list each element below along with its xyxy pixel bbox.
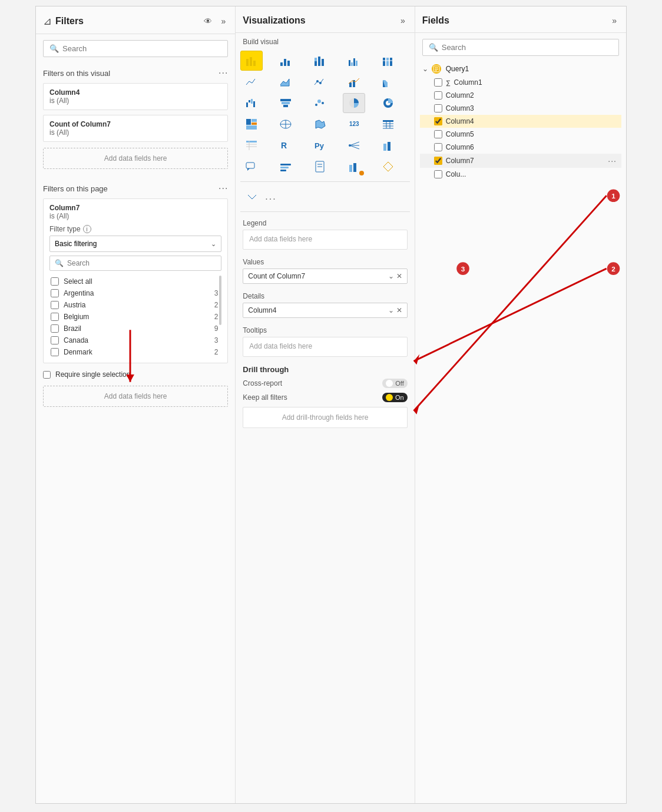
expand-icon[interactable]: » (219, 15, 229, 27)
viz-icon-pie[interactable] (343, 93, 365, 113)
viz-icon-clustered-bar[interactable] (343, 51, 365, 71)
checkbox-select-all[interactable]: Select all (49, 276, 221, 287)
viz-icon-100pct-bar[interactable] (377, 51, 399, 71)
checkbox-column6[interactable] (434, 143, 442, 151)
checkbox-column7[interactable] (434, 157, 442, 165)
svg-rect-38 (251, 119, 257, 122)
close-icon-details[interactable]: ✕ (396, 306, 402, 314)
viz-icon-ribbon[interactable] (377, 72, 399, 92)
viz-icon-ai-insights[interactable] (377, 135, 399, 155)
details-pill-actions: ⌄ ✕ (388, 306, 402, 314)
viz-icon-diamond[interactable] (377, 157, 399, 177)
keep-filters-toggle[interactable]: On (382, 393, 408, 402)
field-name-column-partial: Colu... (446, 170, 619, 178)
legend-drop-zone[interactable]: Add data fields here (243, 230, 407, 250)
list-item[interactable]: Argentina 3 (49, 287, 221, 299)
list-item[interactable]: Belgium 2 (49, 311, 221, 323)
query1-label: Query1 (446, 65, 469, 73)
list-item[interactable]: Brazil 9 (49, 323, 221, 334)
checkbox-column4[interactable] (434, 117, 442, 125)
values-pill[interactable]: Count of Column7 ⌄ ✕ (243, 269, 407, 284)
filters-page-more[interactable]: ··· (219, 183, 228, 194)
field-row-column2[interactable]: Column2 (420, 89, 621, 102)
viz-icon-stacked-bar[interactable] (240, 51, 263, 71)
checkbox-belgium[interactable] (51, 313, 59, 321)
viz-icon-funnel[interactable] (274, 93, 297, 113)
checkbox-column3[interactable] (434, 104, 442, 112)
checkbox-column1[interactable] (434, 78, 442, 87)
viz-icon-smart-narrative[interactable] (274, 157, 297, 177)
checkbox-argentina[interactable] (51, 289, 59, 297)
fields-search-input[interactable] (442, 43, 613, 52)
list-item[interactable]: Canada 3 (49, 334, 221, 346)
chevron-down-icon-pill[interactable]: ⌄ (388, 272, 394, 280)
checkbox-canada[interactable] (51, 336, 59, 344)
details-pill[interactable]: Column4 ⌄ ✕ (243, 303, 407, 318)
checkbox-brazil[interactable] (51, 324, 59, 333)
field-row-column7[interactable]: Column7 ··· (420, 154, 621, 168)
field-row-column3[interactable]: Column3 (420, 102, 621, 115)
filters-search-box[interactable]: 🔍 (43, 40, 228, 57)
viz-icon-stacked-bar2[interactable] (309, 51, 331, 71)
viz-expand-icon[interactable]: » (398, 15, 408, 26)
column7-more-icon[interactable]: ··· (605, 156, 619, 165)
tooltips-drop-zone[interactable]: Add data fields here (243, 337, 407, 357)
checkbox-denmark[interactable] (51, 348, 59, 356)
filter-card-count-column7[interactable]: Count of Column7 is (All) (43, 115, 228, 142)
viz-more-icon[interactable] (243, 187, 262, 207)
viz-icon-line[interactable] (240, 72, 263, 92)
viz-icon-donut[interactable] (377, 93, 399, 113)
filter-search-input[interactable] (67, 259, 216, 267)
field-row-column4[interactable]: Column4 (420, 115, 621, 128)
viz-icon-decomp-tree[interactable] (343, 135, 365, 155)
close-icon-pill[interactable]: ✕ (396, 272, 402, 280)
viz-icon-combo[interactable] (343, 72, 365, 92)
list-item[interactable]: Austria 2 (49, 299, 221, 311)
checkbox-column5[interactable] (434, 130, 442, 138)
field-row-column5[interactable]: Column5 (420, 128, 621, 141)
viz-icon-bar-chart[interactable] (274, 51, 297, 71)
cross-report-toggle[interactable]: Off (382, 379, 407, 388)
fields-search-box[interactable]: 🔍 (422, 39, 619, 56)
viz-icon-treemap[interactable] (240, 114, 263, 134)
viz-icon-qanda[interactable] (240, 157, 263, 177)
checkbox-column-partial[interactable] (434, 170, 442, 178)
viz-icon-paginated[interactable] (309, 157, 331, 177)
item-denmark-count: 2 (214, 348, 219, 356)
query1-node[interactable]: ⌄ Query1 (420, 62, 621, 76)
add-fields-visual[interactable]: Add data fields here (43, 148, 228, 169)
viz-icon-matrix[interactable] (240, 135, 263, 155)
viz-icon-filled-map[interactable] (309, 114, 331, 134)
fields-expand-icon[interactable]: » (610, 15, 619, 26)
require-single-checkbox[interactable] (43, 371, 51, 379)
list-item[interactable]: Denmark 2 (49, 346, 221, 358)
checkbox-column2[interactable] (434, 91, 442, 100)
checkbox-austria[interactable] (51, 301, 59, 309)
add-fields-page[interactable]: Add data fields here (43, 386, 228, 407)
viz-icon-table[interactable] (377, 114, 399, 134)
filters-search-input[interactable] (62, 44, 221, 53)
filter-search-box[interactable]: 🔍 (49, 256, 221, 271)
viz-icon-line2[interactable] (309, 72, 331, 92)
viz-icon-kpi[interactable]: 123 (343, 114, 365, 134)
drill-drop-zone[interactable]: Add drill-through fields here (243, 407, 407, 428)
filter-type-dropdown[interactable]: Basic filtering ⌄ (49, 236, 221, 252)
chevron-down-icon-details[interactable]: ⌄ (388, 306, 394, 314)
filters-visual-more[interactable]: ··· (219, 68, 228, 78)
drill-through-title: Drill through (243, 365, 407, 374)
eye-icon[interactable]: 👁 (201, 15, 214, 27)
viz-icon-map[interactable] (274, 114, 297, 134)
field-row-column1[interactable]: ∑ Column1 (420, 76, 621, 89)
checkbox-select-all-input[interactable] (51, 277, 59, 286)
viz-icon-r-visual[interactable]: R (274, 135, 297, 155)
field-row-column6[interactable]: Column6 (420, 141, 621, 154)
viz-icon-area[interactable] (274, 72, 297, 92)
toggle-off-label: Off (395, 380, 403, 387)
viz-icon-waterfall[interactable] (240, 93, 263, 113)
viz-icon-scatter[interactable] (309, 93, 331, 113)
viz-icon-custom1[interactable] (343, 157, 365, 177)
viz-ellipsis[interactable]: ... (265, 191, 276, 202)
field-row-column-partial[interactable]: Colu... (420, 168, 621, 181)
viz-icon-python[interactable]: Py (309, 135, 331, 155)
filter-card-column4[interactable]: Column4 is (All) (43, 83, 228, 110)
